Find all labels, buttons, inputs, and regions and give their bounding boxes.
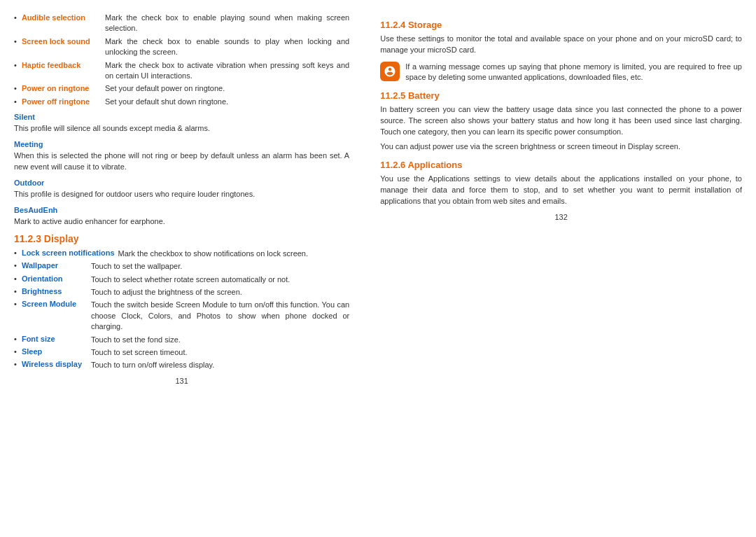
bullet-text-haptic: Mark the check box to activate vibration… — [105, 60, 349, 82]
bullet-label-power-off: Power off ringtone — [22, 97, 90, 106]
text-lock-screen: Mark the checkbox to show notifications … — [118, 249, 350, 259]
label-lock-screen: Lock screen notifications — [22, 249, 115, 257]
bullet-dot: • — [14, 97, 17, 106]
bullet-power-off: • Power off ringtone Set your default sh… — [14, 97, 349, 107]
text-font-size: Touch to set the fond size. — [91, 335, 349, 345]
storage-para: Use these settings to monitor the total … — [380, 34, 742, 56]
right-page-number: 132 — [380, 213, 742, 221]
bullet-audible-selection: • Audible selection Mark the check box t… — [14, 13, 349, 34]
display-bullets: • Lock screen notifications Mark the che… — [14, 249, 349, 371]
battery-heading: 11.2.5 Battery — [380, 90, 742, 101]
page-container: • Audible selection Mark the check box t… — [0, 0, 756, 537]
battery-para2: You can adjust power use via the screen … — [380, 141, 742, 153]
bullet-dot: • — [14, 84, 17, 92]
label-orientation: Orientation — [22, 274, 63, 283]
bullet-text-power-off: Set your default shut down ringtone. — [105, 97, 349, 107]
bullet-text-screen-lock: Mark the check box to enable sounds to p… — [105, 36, 349, 58]
besaud-heading: BesAudEnh — [14, 206, 349, 214]
left-page-number: 131 — [14, 377, 349, 385]
bullet-dot: • — [14, 61, 17, 69]
meeting-heading: Meeting — [14, 140, 349, 148]
silent-heading: Silent — [14, 113, 349, 121]
bullet-label-power-on: Power on ringtone — [22, 84, 90, 92]
bullet-wireless-display: • Wireless display Touch to turn on/off … — [14, 360, 349, 370]
label-wireless-display: Wireless display — [22, 360, 82, 368]
bullet-orientation: • Orientation Touch to select whether ro… — [14, 274, 349, 285]
storage-icon — [380, 62, 400, 81]
storage-heading: 11.2.4 Storage — [380, 20, 742, 30]
bullet-font-size: • Font size Touch to set the fond size. — [14, 335, 349, 345]
bullet-label-haptic: Haptic feedback — [22, 61, 80, 69]
bullet-sleep: • Sleep Touch to set screen timeout. — [14, 347, 349, 358]
text-brightness: Touch to adjust the brightness of the sc… — [91, 287, 349, 298]
applications-para: You use the Applications settings to vie… — [380, 174, 742, 207]
bullet-text-power-on: Set your default power on ringtone. — [105, 83, 349, 94]
besaud-text: Mark to active audio enhancer for earpho… — [14, 216, 349, 228]
label-brightness: Brightness — [22, 287, 62, 295]
bullet-brightness: • Brightness Touch to adjust the brightn… — [14, 287, 349, 298]
storage-info-box: If a warning message comes up saying tha… — [380, 62, 742, 83]
bullet-screen-lock-sound: • Screen lock sound Mark the check box t… — [14, 36, 349, 58]
bullet-wallpaper: • Wallpaper Touch to set the wallpaper. — [14, 261, 349, 272]
left-column: • Audible selection Mark the check box t… — [14, 13, 363, 524]
display-heading: 11.2.3 Display — [14, 233, 349, 244]
bullet-power-on: • Power on ringtone Set your default pow… — [14, 83, 349, 94]
bullet-haptic-feedback: • Haptic feedback Mark the check box to … — [14, 60, 349, 82]
label-wallpaper: Wallpaper — [22, 261, 58, 270]
text-orientation: Touch to select whether rotate screen au… — [91, 274, 349, 285]
applications-heading: 11.2.6 Applications — [380, 160, 742, 170]
bullet-dot: • — [14, 37, 17, 46]
meeting-text: When this is selected the phone will not… — [14, 151, 349, 173]
bullet-text-audible: Mark the check box to enable playing sou… — [105, 13, 349, 34]
text-wallpaper: Touch to set the wallpaper. — [91, 261, 349, 272]
bullet-label-audible: Audible selection — [22, 13, 85, 22]
bullet-dot: • — [14, 13, 17, 22]
right-column: 11.2.4 Storage Use these settings to mon… — [363, 13, 742, 524]
bullet-lock-screen: • Lock screen notifications Mark the che… — [14, 249, 349, 259]
label-font-size: Font size — [22, 335, 55, 343]
outdoor-heading: Outdoor — [14, 179, 349, 187]
storage-note: If a warning message comes up saying tha… — [405, 62, 742, 83]
text-wireless-display: Touch to turn on/off wireless display. — [91, 360, 349, 370]
bullet-label-screen-lock: Screen lock sound — [22, 37, 90, 46]
text-sleep: Touch to set screen timeout. — [91, 347, 349, 358]
battery-para1: In battery screen you can view the batte… — [380, 104, 742, 138]
silent-text: This profile will silence all sounds exc… — [14, 123, 349, 134]
text-screen-module: Touch the switch beside Screen Module to… — [91, 300, 349, 332]
label-sleep: Sleep — [22, 347, 42, 356]
label-screen-module: Screen Module — [22, 300, 76, 308]
top-bullets: • Audible selection Mark the check box t… — [14, 13, 349, 107]
bullet-screen-module: • Screen Module Touch the switch beside … — [14, 300, 349, 332]
outdoor-text: This profile is designed for outdoor use… — [14, 189, 349, 200]
